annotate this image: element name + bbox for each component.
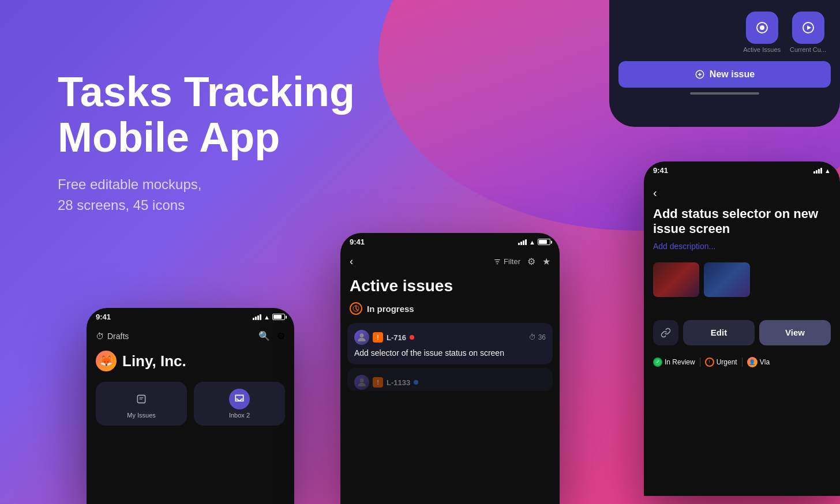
company-name-text: Liny, Inc.: [122, 352, 186, 370]
tag-divider-2: [742, 358, 742, 367]
signal-bars-right: [813, 168, 822, 174]
app-bar-icons: 🔍 ⚙: [258, 330, 285, 341]
company-avatar: 🦊: [96, 351, 117, 371]
link-icon-button[interactable]: [653, 320, 678, 345]
in-review-label: In Review: [665, 358, 695, 366]
status-bar-right: 9:41 ▲: [644, 161, 840, 179]
user-label: Vla: [760, 358, 770, 366]
issue-card-2-header: ! L-1133: [354, 375, 546, 390]
priority-badge-1: !: [373, 332, 383, 343]
signal-bars-middle: [518, 239, 527, 245]
issue-id-row-1: ! L-716: [354, 330, 414, 345]
detail-images: [644, 258, 840, 302]
hero-subtitle-line1: Free editable mockups,: [58, 176, 201, 192]
svg-point-15: [360, 378, 364, 382]
phone-right: 9:41 ▲ ‹ Add status selector on new issu…: [644, 161, 840, 496]
top-right-icon-row: Active Issues Current Cu...: [609, 0, 840, 59]
in-progress-label: In progress: [367, 304, 414, 314]
detail-header: ‹ Add status selector on new issue scree…: [644, 179, 840, 258]
detail-title: Add status selector on new issue screen: [653, 206, 831, 237]
issue-card-1-header: ! L-716 ⏱ 36: [354, 330, 546, 345]
comment-count-1: 36: [538, 333, 546, 341]
drafts-label: Drafts: [107, 332, 129, 341]
issue-title-1: Add selector of the issue status on scre…: [354, 348, 546, 358]
new-issue-label: New issue: [710, 69, 755, 80]
view-button[interactable]: View: [759, 320, 831, 345]
priority-dot-2: [414, 380, 418, 385]
settings-icon[interactable]: ⚙: [277, 330, 285, 341]
app-bar-left: ⏱ Drafts 🔍 ⚙: [87, 326, 294, 346]
active-issues-icon[interactable]: [746, 12, 778, 44]
phone-left: 9:41 ▲ ⏱ Drafts 🔍 ⚙ 🦊 Liny, Inc.: [87, 308, 294, 504]
bottom-nav: My Issues Inbox 2: [87, 376, 294, 431]
priority-dot-1: [410, 335, 414, 340]
wifi-icon-left: ▲: [264, 314, 270, 321]
my-issues-label: My Issues: [127, 412, 156, 419]
urgent-icon: !: [705, 358, 714, 367]
urgent-tag[interactable]: ! Urgent: [705, 358, 737, 367]
time-left: 9:41: [96, 313, 111, 321]
inbox-label: Inbox 2: [229, 412, 250, 419]
issue-id-1: L-716: [387, 333, 406, 342]
nav-item-my-issues[interactable]: My Issues: [96, 382, 187, 426]
drafts-title: ⏱ Drafts: [96, 332, 129, 341]
action-bar: Edit View: [644, 313, 840, 352]
search-icon[interactable]: 🔍: [258, 330, 270, 341]
nav-item-inbox[interactable]: Inbox 2: [194, 382, 285, 426]
issue-id-row-2: ! L-1133: [354, 375, 418, 390]
in-progress-icon: [350, 302, 362, 315]
my-issues-icon: [131, 389, 152, 409]
time-right: 9:41: [653, 166, 668, 175]
status-tags: ✓ In Review ! Urgent 👤 Vla: [644, 352, 840, 372]
edit-button[interactable]: Edit: [683, 320, 755, 345]
issue-meta-1: ⏱ 36: [529, 333, 546, 341]
status-icons-right: ▲: [813, 167, 831, 174]
issues-header: ‹ Filter ⚙ ★: [340, 251, 560, 272]
detail-image-1: [653, 262, 699, 297]
back-button-middle[interactable]: ‹: [350, 255, 353, 268]
inbox-icon: [229, 389, 250, 409]
battery-icon-left: [272, 314, 285, 320]
status-icons-middle: ▲: [518, 239, 550, 246]
current-cu-icon-wrapper: Current Cu...: [790, 12, 826, 53]
hero-section: Tasks Tracking Mobile App Free editable …: [58, 69, 404, 216]
issue-card-1[interactable]: ! L-716 ⏱ 36 Add selector of the issue s…: [347, 323, 553, 364]
company-name-row: 🦊 Liny, Inc.: [87, 346, 294, 376]
active-issues-icon-wrapper: Active Issues: [743, 12, 781, 53]
issue-card-2[interactable]: ! L-1133: [347, 368, 553, 391]
priority-badge-2: !: [373, 377, 383, 388]
wifi-icon-right: ▲: [824, 167, 831, 174]
phone-middle: 9:41 ▲ ‹ Filter ⚙ ★ Active issues: [340, 233, 560, 504]
status-bar-middle: 9:41 ▲: [340, 233, 560, 251]
svg-point-14: [360, 333, 364, 337]
status-bar-left: 9:41 ▲: [87, 308, 294, 326]
filter-row[interactable]: Filter: [493, 257, 520, 266]
active-issues-title: Active issues: [340, 272, 560, 298]
issue-id-2: L-1133: [387, 378, 410, 387]
svg-marker-3: [807, 25, 811, 30]
current-cu-icon[interactable]: [792, 12, 824, 44]
hero-subtitle: Free editable mockups, 28 screens, 45 ic…: [58, 174, 404, 216]
star-icon[interactable]: ★: [542, 256, 550, 267]
urgent-label: Urgent: [717, 358, 737, 366]
user-tag[interactable]: 👤 Vla: [747, 357, 770, 367]
signal-bars-left: [253, 314, 261, 320]
time-middle: 9:41: [350, 238, 365, 246]
active-issues-label: Active Issues: [743, 46, 781, 53]
home-indicator-top: [690, 92, 759, 95]
back-button-right[interactable]: ‹: [653, 186, 831, 200]
hero-subtitle-line2: 28 screens, 45 icons: [58, 197, 185, 213]
in-progress-header: In progress: [340, 298, 560, 319]
issue-avatar-1: [354, 330, 369, 345]
filter-settings-icon[interactable]: ⚙: [527, 256, 535, 267]
in-review-tag[interactable]: ✓ In Review: [653, 358, 695, 367]
detail-description[interactable]: Add description...: [653, 242, 831, 251]
new-issue-button[interactable]: New issue: [618, 61, 831, 88]
user-avatar-tag: 👤: [747, 357, 757, 367]
hero-title: Tasks Tracking Mobile App: [58, 69, 404, 160]
tag-divider-1: [700, 358, 700, 367]
svg-point-1: [760, 25, 764, 30]
in-review-icon: ✓: [653, 358, 662, 367]
phone-top-right: Active Issues Current Cu... New issue: [609, 0, 840, 127]
wifi-icon-middle: ▲: [529, 239, 535, 246]
